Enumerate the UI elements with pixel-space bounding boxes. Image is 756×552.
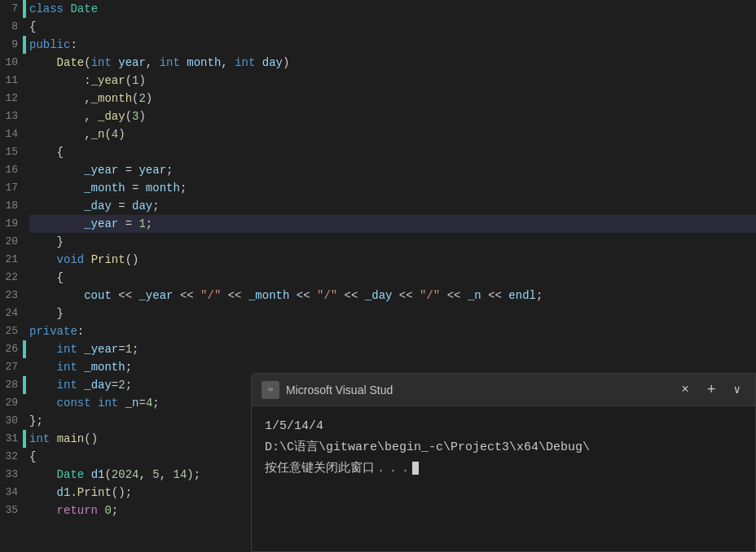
code-line-19: _year = 1; (29, 215, 756, 233)
line-numbers: 7 8 9 10 11 12 13 14 15 16 17 18 19 20 2… (0, 0, 23, 552)
code-line-12: ,_month(2) (29, 90, 756, 107)
terminal-title: Microsoft Visual Stud (286, 383, 670, 396)
terminal-app-icon: ⌨ (262, 381, 279, 399)
code-line-24: } (29, 304, 756, 322)
code-line-13: , _day(3) (29, 107, 756, 125)
terminal-cursor (412, 462, 419, 475)
code-line-18: _day = day; (29, 197, 756, 215)
terminal-titlebar: ⌨ Microsoft Visual Stud × + ∨ (252, 374, 755, 406)
code-line-14: ,_n(4) (29, 125, 756, 143)
terminal-close-button[interactable]: × (676, 381, 694, 399)
code-line-17: _month = month; (29, 179, 756, 197)
code-line-9: public: (29, 36, 756, 54)
code-line-22: { (29, 269, 756, 287)
terminal-add-button[interactable]: + (701, 380, 723, 400)
code-line-8: { (29, 18, 756, 36)
terminal-output-3: 按任意键关闭此窗口．．． (265, 458, 742, 480)
code-line-16: _year = year; (29, 161, 756, 179)
code-line-20: } (29, 233, 756, 251)
code-line-10: Date(int year, int month, int day) (29, 54, 756, 72)
code-line-15: { (29, 143, 756, 161)
code-line-11: :_year(1) (29, 72, 756, 90)
terminal-window: ⌨ Microsoft Visual Stud × + ∨ 1/5/14/4 D… (251, 373, 756, 552)
terminal-output-2: D:\C语言\gitware\begin_-c\Project3\x64\Deb… (265, 437, 742, 458)
code-line-21: void Print() (29, 251, 756, 269)
code-line-7: class Date (29, 0, 756, 18)
terminal-output-1: 1/5/14/4 (265, 416, 742, 437)
code-line-23: cout << _year << "/" << _month << "/" <<… (29, 287, 756, 304)
terminal-body: 1/5/14/4 D:\C语言\gitware\begin_-c\Project… (252, 406, 755, 551)
terminal-chevron-button[interactable]: ∨ (729, 381, 745, 398)
code-line-25: private: (29, 322, 756, 340)
code-line-26: int _year=1; (29, 340, 756, 358)
